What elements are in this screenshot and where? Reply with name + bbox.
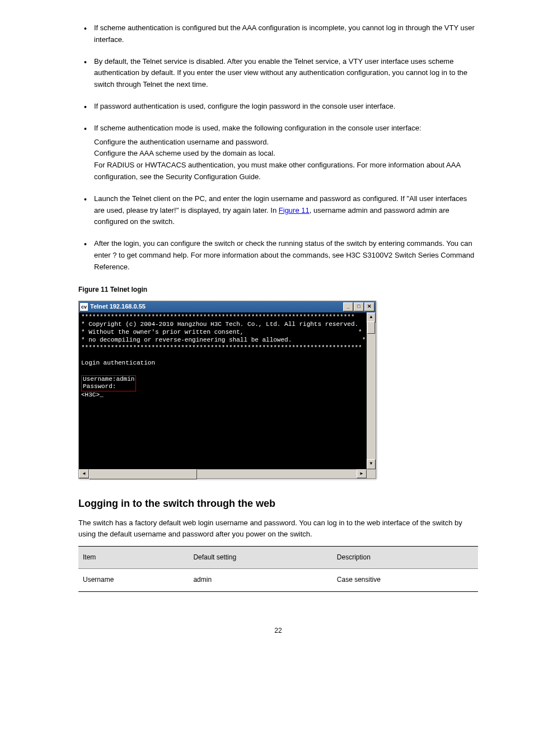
bullet-item: Launch the Telnet client on the PC, and … <box>78 193 478 228</box>
scroll-down-icon[interactable]: ▼ <box>367 459 376 469</box>
window-title: Telnet 192.168.0.55 <box>90 302 343 312</box>
table-cell: admin <box>189 569 332 591</box>
scroll-right-icon[interactable]: ► <box>357 469 367 478</box>
settings-table: Item Default setting Description Usernam… <box>78 546 478 591</box>
table-header: Default setting <box>189 547 332 569</box>
credentials-highlight: Username:admin Password: <box>81 375 136 392</box>
minimize-button[interactable]: _ <box>343 302 353 311</box>
window-titlebar: cv Telnet 192.168.0.55 _ □ ✕ <box>79 301 376 312</box>
bullet-item: If password authentication is used, conf… <box>78 101 478 113</box>
section-paragraph: The switch has a factory default web log… <box>78 517 478 541</box>
terminal-prompt: <H3C>_ <box>81 391 373 399</box>
scroll-thumb-h[interactable] <box>89 469 197 479</box>
window-buttons: _ □ ✕ <box>343 302 374 311</box>
table-row: Username admin Case sensitive <box>78 569 478 591</box>
bullet-text: By default, the Telnet service is disabl… <box>94 57 467 89</box>
terminal-blank <box>81 352 373 360</box>
scroll-left-icon[interactable]: ◄ <box>79 469 89 478</box>
resize-grip-icon[interactable] <box>367 469 376 478</box>
table-header: Description <box>332 547 478 569</box>
bullet-sub: Configure the authentication username an… <box>94 137 478 183</box>
bullet-text: If scheme authentication mode is used, m… <box>94 124 421 132</box>
bullet-text: After the login, you can configure the s… <box>94 239 474 271</box>
figure-link[interactable]: Figure 11 <box>279 206 310 214</box>
terminal-credentials: Username:admin Password: <box>83 376 134 390</box>
bullet-item: If scheme authentication is configured b… <box>78 22 478 46</box>
vertical-scrollbar[interactable]: ▲ ▼ <box>367 312 376 469</box>
bullet-text: If password authentication is used, conf… <box>94 102 395 110</box>
table-cell: Case sensitive <box>332 569 478 591</box>
section-heading: Logging in to the switch through the web <box>78 496 478 512</box>
scroll-track <box>89 469 357 478</box>
figure-caption: Figure 11 Telnet login <box>78 284 478 295</box>
terminal-blank2 <box>81 367 373 375</box>
scroll-thumb[interactable] <box>367 321 375 334</box>
bullet-item: After the login, you can configure the s… <box>78 238 478 273</box>
page-number: 22 <box>78 626 478 636</box>
horizontal-scrollbar[interactable]: ◄ ► <box>79 469 376 478</box>
bullet-item: If scheme authentication mode is used, m… <box>78 123 478 183</box>
terminal-banner: ****************************************… <box>81 314 373 352</box>
maximize-button[interactable]: □ <box>354 302 364 311</box>
table-header: Item <box>78 547 189 569</box>
table-cell: Username <box>78 569 189 591</box>
terminal-login-auth: Login authentication <box>81 360 373 367</box>
close-button[interactable]: ✕ <box>364 302 374 311</box>
bullet-list: If scheme authentication is configured b… <box>78 22 478 273</box>
bullet-text: If scheme authentication is configured b… <box>94 24 475 44</box>
table-header-row: Item Default setting Description <box>78 547 478 569</box>
terminal-body-wrapper: ****************************************… <box>79 312 376 478</box>
window-icon: cv <box>80 303 88 311</box>
terminal-body: ****************************************… <box>79 312 376 472</box>
bullet-item: By default, the Telnet service is disabl… <box>78 56 478 91</box>
terminal-window: cv Telnet 192.168.0.55 _ □ ✕ ***********… <box>78 301 376 479</box>
